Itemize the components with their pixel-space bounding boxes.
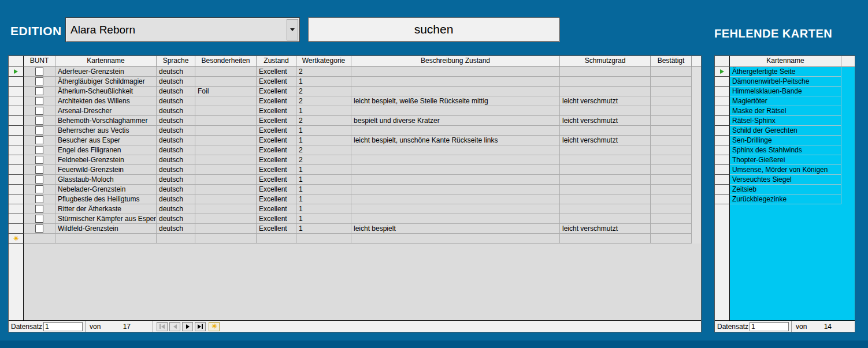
cell-kartenname[interactable]	[55, 234, 157, 244]
cell-zustand[interactable]: Excellent	[257, 175, 296, 185]
cell-schmutzgrad[interactable]	[560, 165, 651, 175]
cell-kartenname[interactable]: Feldnebel-Grenzstein	[55, 155, 157, 165]
bunt-checkbox[interactable]	[35, 195, 43, 203]
cell-kartenname[interactable]: Rätsel-Sphinx	[730, 116, 841, 126]
cell-besonderheiten[interactable]	[195, 224, 257, 234]
cell-sprache[interactable]: deutsch	[157, 165, 195, 175]
first-record-button[interactable]	[157, 322, 168, 331]
cell-zustand[interactable]: Excellent	[257, 204, 296, 214]
cell-beschreibung[interactable]	[351, 234, 560, 244]
cell-wertkategorie[interactable]	[296, 234, 351, 244]
record-selector-cell[interactable]	[715, 165, 730, 175]
bunt-checkbox[interactable]	[35, 156, 43, 164]
cell-beschreibung[interactable]	[351, 77, 560, 87]
cell-kartenname[interactable]: Arsenal-Drescher	[55, 106, 157, 116]
cell-bestaetigt[interactable]	[651, 116, 692, 126]
cell-bunt[interactable]	[24, 136, 55, 145]
search-button[interactable]: suchen	[308, 17, 559, 42]
cell-wertkategorie[interactable]: 1	[296, 194, 351, 204]
cell-sprache[interactable]: deutsch	[157, 116, 195, 126]
cell-bestaetigt[interactable]	[651, 194, 692, 204]
record-selector-cell[interactable]	[715, 96, 730, 106]
record-selector-cell[interactable]	[9, 126, 24, 136]
bunt-checkbox[interactable]	[35, 107, 43, 115]
cell-kartenname[interactable]: Beherrscher aus Vectis	[55, 126, 157, 136]
cell-beschreibung[interactable]	[351, 145, 560, 155]
cell-besonderheiten[interactable]	[195, 106, 257, 116]
cell-kartenname[interactable]: Aderfeuer-Grenzstein	[55, 67, 157, 77]
cell-sprache[interactable]: deutsch	[157, 67, 195, 77]
cell-beschreibung[interactable]	[351, 204, 560, 214]
cell-sprache[interactable]: deutsch	[157, 224, 195, 234]
cell-bestaetigt[interactable]	[651, 204, 692, 214]
cell-beschreibung[interactable]: leicht bespielt, unschöne Kante Rückseit…	[351, 136, 560, 145]
cell-kartenname[interactable]: Glasstaub-Moloch	[55, 175, 157, 185]
cell-kartenname[interactable]: Umsense, Mörder von Königen	[730, 165, 841, 175]
cell-zustand[interactable]: Excellent	[257, 116, 296, 126]
previous-record-button[interactable]	[169, 322, 180, 331]
record-selector-cell[interactable]	[715, 175, 730, 185]
next-record-button[interactable]	[182, 322, 193, 331]
cell-bestaetigt[interactable]	[651, 185, 692, 194]
cell-kartenname[interactable]: Verseuchtes Siegel	[730, 175, 841, 185]
cell-sprache[interactable]: deutsch	[157, 77, 195, 87]
cell-wertkategorie[interactable]: 1	[296, 165, 351, 175]
cell-schmutzgrad[interactable]	[560, 106, 651, 116]
cell-beschreibung[interactable]: bespielt und diverse Kratzer	[351, 116, 560, 126]
column-header-bunt[interactable]: BUNT	[24, 56, 55, 67]
cell-schmutzgrad[interactable]	[560, 155, 651, 165]
record-selector-cell[interactable]	[715, 145, 730, 155]
cell-schmutzgrad[interactable]: leicht verschmutzt	[560, 96, 651, 106]
record-selector-cell[interactable]	[715, 185, 730, 194]
cell-schmutzgrad[interactable]	[560, 234, 651, 244]
cell-beschreibung[interactable]	[351, 126, 560, 136]
cell-kartenname[interactable]: Dämonenwirbel-Peitsche	[730, 77, 841, 87]
cell-sprache[interactable]: deutsch	[157, 175, 195, 185]
cell-beschreibung[interactable]	[351, 106, 560, 116]
cell-schmutzgrad[interactable]	[560, 67, 651, 77]
cell-besonderheiten[interactable]	[195, 116, 257, 126]
record-selector-cell[interactable]	[9, 194, 24, 204]
cell-bestaetigt[interactable]	[651, 106, 692, 116]
bunt-checkbox[interactable]	[35, 166, 43, 174]
cell-kartenname[interactable]: Nebelader-Grenzstein	[55, 185, 157, 194]
cell-sprache[interactable]: deutsch	[157, 204, 195, 214]
record-selector-cell[interactable]	[9, 155, 24, 165]
cell-bestaetigt[interactable]	[651, 77, 692, 87]
record-selector-cell[interactable]	[9, 224, 24, 234]
cell-zustand[interactable]: Excellent	[257, 214, 296, 224]
bunt-checkbox[interactable]	[35, 117, 43, 125]
cell-kartenname[interactable]: Zeitsieb	[730, 185, 841, 194]
record-selector-cell[interactable]	[715, 87, 730, 96]
cell-schmutzgrad[interactable]: leicht verschmutzt	[560, 136, 651, 145]
cell-kartenname[interactable]: Ätherium-Scheußlichkeit	[55, 87, 157, 96]
cell-schmutzgrad[interactable]	[560, 145, 651, 155]
cell-beschreibung[interactable]	[351, 155, 560, 165]
column-header-schmutzgrad[interactable]: Schmutzgrad	[560, 56, 651, 67]
cell-besonderheiten[interactable]	[195, 185, 257, 194]
cell-zustand[interactable]	[257, 234, 296, 244]
cell-wertkategorie[interactable]: 2	[296, 87, 351, 96]
cell-schmutzgrad[interactable]	[560, 175, 651, 185]
cell-besonderheiten[interactable]: Foil	[195, 87, 257, 96]
cell-kartenname[interactable]: Maske der Rätsel	[730, 106, 841, 116]
cell-sprache[interactable]	[157, 234, 195, 244]
cell-wertkategorie[interactable]: 2	[296, 155, 351, 165]
edition-combobox[interactable]: Alara Reborn	[65, 17, 300, 42]
cell-bunt[interactable]	[24, 155, 55, 165]
cell-besonderheiten[interactable]	[195, 96, 257, 106]
record-number-input[interactable]	[43, 322, 83, 331]
cell-besonderheiten[interactable]	[195, 194, 257, 204]
bunt-checkbox[interactable]	[35, 68, 43, 76]
record-selector-cell[interactable]	[9, 136, 24, 145]
cell-besonderheiten[interactable]	[195, 165, 257, 175]
select-all-corner[interactable]	[715, 56, 730, 67]
cell-bunt[interactable]	[24, 204, 55, 214]
cell-sprache[interactable]: deutsch	[157, 155, 195, 165]
cell-wertkategorie[interactable]: 1	[296, 204, 351, 214]
cell-wertkategorie[interactable]: 1	[296, 185, 351, 194]
cell-bestaetigt[interactable]	[651, 224, 692, 234]
cell-wertkategorie[interactable]: 1	[296, 224, 351, 234]
cell-kartenname[interactable]: Sen-Drillinge	[730, 136, 841, 145]
record-selector-cell[interactable]	[9, 165, 24, 175]
